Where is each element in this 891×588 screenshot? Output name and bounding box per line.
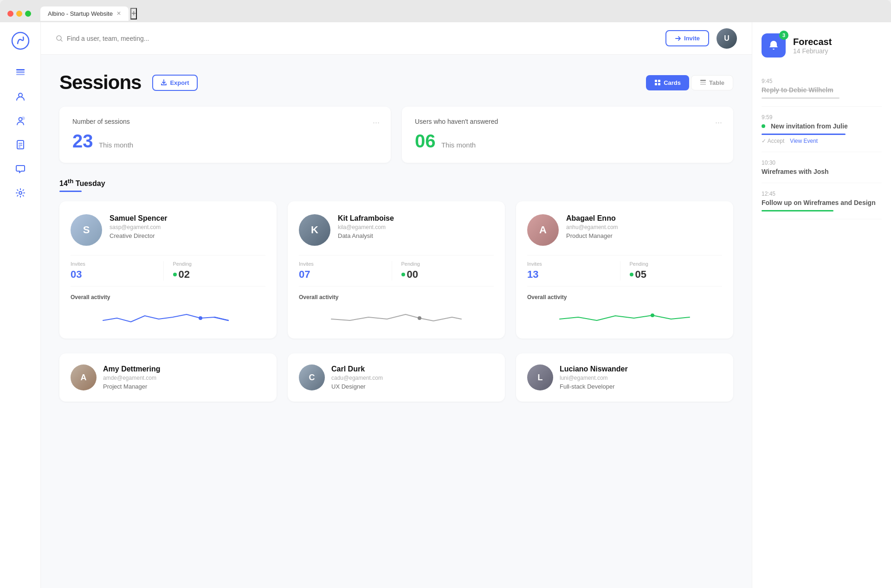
timeline-time-1245: 12:45 [762, 191, 882, 197]
user-name-abagael: Abagael Enno [566, 214, 618, 223]
svg-rect-14 [655, 80, 657, 82]
sessions-more-button[interactable]: ··· [373, 118, 380, 128]
page-title-row: Sessions Export [59, 71, 733, 94]
sidebar-item-chat[interactable] [15, 163, 26, 174]
unanswered-value: 06 [415, 131, 436, 152]
timeline-title-1030: Wireframes with Josh [762, 168, 882, 175]
unanswered-period: This month [441, 141, 476, 149]
pending-abagael: Pending 05 [620, 261, 723, 281]
tab-close-button[interactable]: ✕ [116, 10, 121, 17]
minimize-dot[interactable] [16, 11, 22, 17]
unanswered-more-button[interactable]: ··· [715, 118, 722, 128]
tab-title: Albino - Startup Website [48, 10, 113, 17]
svg-rect-1 [16, 74, 25, 75]
invite-button[interactable]: Invite [665, 30, 709, 46]
svg-rect-18 [700, 80, 706, 81]
avatar-amy: A [71, 364, 97, 390]
user-info-amy: Amy Dettmering amde@egament.com Project … [103, 365, 161, 390]
search-input[interactable] [67, 35, 206, 42]
invites-label-abagael: Invites [527, 261, 620, 267]
timeline-item-1245: 12:45 Follow up on Wireframes and Design [762, 183, 882, 219]
app-logo[interactable] [11, 32, 30, 50]
user-avatar-header[interactable]: U [717, 28, 737, 49]
user-card-header-carl: C Carl Durk cadu@egament.com UX Designer [299, 364, 494, 390]
user-card-amy: A Amy Dettmering amde@egament.com Projec… [59, 353, 277, 402]
user-name-samuel: Samuel Spencer [110, 214, 168, 223]
avatar-kit: K [299, 214, 330, 246]
user-card-kit: K Kit Laframboise kila@egament.com Data … [288, 201, 505, 339]
timeline-title-945: Reply to Debie Wilhelm [762, 86, 882, 94]
app-container: Invite U Sessions Export [0, 22, 891, 588]
activity-chart-abagael [527, 304, 722, 327]
timeline-time-945: 9:45 [762, 78, 882, 84]
preview-cards-grid: A Amy Dettmering amde@egament.com Projec… [59, 353, 733, 402]
user-card-header-samuel: S Samuel Spencer sasp@egament.com Creati… [71, 214, 265, 246]
pending-value-abagael: 05 [630, 268, 723, 281]
user-info-samuel: Samuel Spencer sasp@egament.com Creative… [110, 214, 168, 239]
user-role-carl: UX Designer [331, 383, 383, 390]
timeline-item-959: 9:59 New invitation from Julie ✓ Accept … [762, 107, 882, 152]
pending-label-abagael: Pending [630, 261, 723, 267]
main-content: Sessions Export [41, 55, 752, 588]
maximize-dot[interactable] [25, 11, 31, 17]
invite-icon [675, 35, 681, 42]
export-icon [161, 79, 167, 86]
svg-rect-7 [17, 141, 24, 149]
user-role-samuel: Creative Director [110, 232, 168, 239]
activity-chart-samuel [71, 304, 265, 327]
timeline-progress-1245 [762, 210, 833, 211]
user-card-carl: C Carl Durk cadu@egament.com UX Designer [288, 353, 505, 402]
bell-notification-icon[interactable]: 3 [762, 33, 786, 58]
timeline-time-959: 9:59 [762, 114, 882, 121]
export-button[interactable]: Export [152, 75, 197, 91]
date-heading-text: 14th Tuesday [59, 179, 105, 187]
sidebar-item-document[interactable] [15, 139, 26, 150]
user-stats-kit: Invites 07 Pending 00 [299, 255, 494, 287]
cards-view-button[interactable]: Cards [646, 75, 689, 90]
view-event-link[interactable]: View Event [790, 138, 818, 144]
svg-rect-20 [700, 84, 706, 85]
unanswered-stat-card: Users who haven't answered ··· 06 This m… [402, 107, 733, 163]
pending-label: Pending [173, 261, 266, 267]
user-name-amy: Amy Dettmering [103, 365, 161, 373]
timeline-actions-959: ✓ Accept View Event [762, 138, 882, 144]
browser-tab[interactable]: Albino - Startup Website ✕ [40, 6, 129, 21]
user-email-amy: amde@egament.com [103, 375, 161, 381]
user-info-kit: Kit Laframboise kila@egament.com Data An… [338, 214, 394, 239]
header: Invite U [41, 22, 752, 55]
user-info-luciano: Luciano Niswander luni@egament.com Full-… [560, 365, 628, 390]
svg-line-13 [61, 39, 63, 41]
user-email-samuel: sasp@egament.com [110, 224, 168, 230]
sidebar [0, 22, 41, 588]
invites-abagael: Invites 13 [527, 261, 620, 281]
sidebar-item-users[interactable] [15, 91, 26, 102]
user-email-kit: kila@egament.com [338, 224, 394, 230]
traffic-lights [7, 11, 31, 17]
user-card-header-kit: K Kit Laframboise kila@egament.com Data … [299, 214, 494, 246]
invites-value-samuel: 03 [71, 268, 163, 281]
table-view-button[interactable]: Table [691, 75, 733, 90]
svg-point-21 [199, 316, 202, 320]
user-info-abagael: Abagael Enno anhu@egament.com Product Ma… [566, 214, 618, 239]
green-dot-959 [762, 124, 765, 128]
sidebar-item-layers[interactable] [15, 67, 26, 78]
user-card-luciano: L Luciano Niswander luni@egament.com Ful… [516, 353, 733, 402]
sessions-value: 23 [72, 131, 93, 152]
pending-samuel: Pending 02 [163, 261, 266, 281]
sidebar-item-person[interactable] [15, 115, 26, 126]
avatar-abagael: A [527, 214, 559, 246]
user-card-samuel: S Samuel Spencer sasp@egament.com Creati… [59, 201, 277, 339]
close-dot[interactable] [7, 11, 13, 17]
timeline-title-1245: Follow up on Wireframes and Design [762, 199, 882, 206]
timeline-progress-959 [762, 134, 846, 135]
accept-label[interactable]: ✓ Accept [762, 138, 784, 144]
new-tab-button[interactable]: + [130, 8, 137, 19]
forecast-timeline: 9:45 Reply to Debie Wilhelm 9:59 New inv… [762, 70, 882, 219]
sessions-label: Number of sessions [72, 118, 378, 125]
timeline-item-1030: 10:30 Wireframes with Josh [762, 152, 882, 183]
pending-value-samuel: 02 [173, 268, 266, 281]
sidebar-item-settings[interactable] [15, 187, 26, 198]
user-card-header-luciano: L Luciano Niswander luni@egament.com Ful… [527, 364, 722, 390]
svg-rect-19 [700, 82, 706, 83]
timeline-title-959: New invitation from Julie [771, 122, 848, 130]
